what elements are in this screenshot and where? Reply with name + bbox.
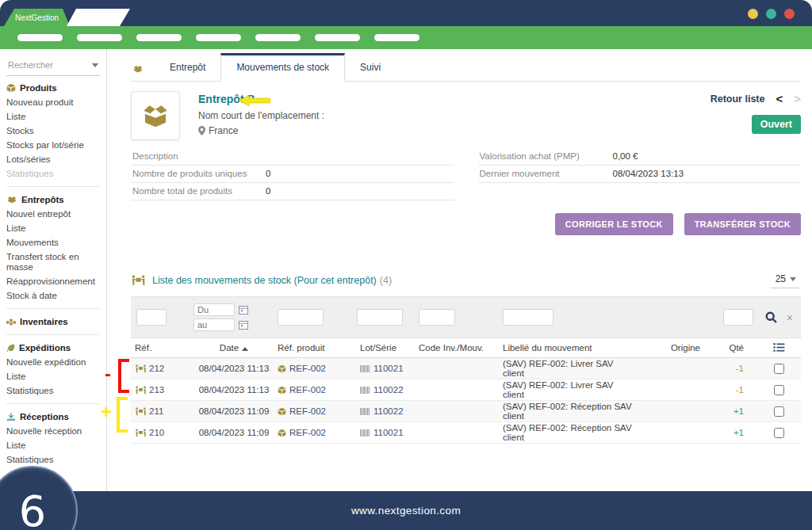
barcode-icon: [360, 387, 370, 394]
sidebar-item[interactable]: Stocks: [0, 124, 106, 138]
movement-ref-link[interactable]: 212: [149, 364, 164, 373]
nav-pill[interactable]: [17, 34, 63, 41]
column-settings-icon[interactable]: [773, 342, 785, 353]
filter-label-input[interactable]: [503, 309, 553, 326]
row-checkbox[interactable]: [774, 428, 784, 438]
sidebar-item[interactable]: Stock à date: [0, 288, 106, 303]
detail-value: 0: [266, 169, 270, 179]
nav-pill[interactable]: [77, 34, 122, 41]
filter-lot-input[interactable]: [357, 309, 403, 326]
product-ref-link[interactable]: REF-002: [289, 364, 326, 373]
search-placeholder: Rechercher: [8, 60, 53, 70]
lot-serial-link[interactable]: 110021: [373, 364, 404, 373]
search-icon[interactable]: [765, 311, 777, 323]
sidebar-item[interactable]: Nouveau produit: [0, 95, 106, 109]
row-checkbox[interactable]: [774, 406, 784, 417]
sidebar-item[interactable]: Nouvelle réception: [0, 424, 106, 438]
tab-entrepot[interactable]: Entrepôt: [155, 54, 220, 81]
movement-ref-link[interactable]: 211: [149, 406, 163, 416]
nav-pill[interactable]: [255, 34, 301, 41]
app-window: NextGestion Rechercher ProduitsNouveau p…: [0, 0, 812, 530]
sidebar-item[interactable]: Réapprovisionnement: [0, 274, 106, 288]
entity-location: France: [209, 125, 238, 136]
product-ref-link[interactable]: REF-002: [289, 406, 326, 416]
sidebar-item[interactable]: Statistiques: [0, 452, 106, 467]
calendar-icon[interactable]: [239, 305, 248, 315]
col-lot[interactable]: Lot/Série: [355, 343, 417, 353]
sidebar-item[interactable]: Nouvelle expédition: [0, 355, 106, 369]
filter-date-from-input[interactable]: [193, 303, 235, 316]
sidebar-item[interactable]: Transfert stock en masse: [0, 250, 106, 274]
movement-ref-link[interactable]: 210: [149, 428, 164, 437]
filter-date-to-input[interactable]: [193, 318, 235, 331]
back-to-list-link[interactable]: Retour liste: [710, 93, 765, 105]
divider: [6, 186, 100, 187]
sidebar-item[interactable]: Statistiques: [0, 383, 106, 398]
sidebar-item[interactable]: Mouvements: [0, 235, 106, 250]
correct-stock-button[interactable]: CORRIGER LE STOCK: [555, 213, 673, 235]
sidebar-item[interactable]: Lots/séries: [0, 152, 106, 166]
window-dot[interactable]: [784, 9, 795, 19]
col-qty[interactable]: Qté: [713, 343, 756, 353]
movement-icon: [135, 429, 147, 437]
divider: [6, 334, 100, 335]
window-dot[interactable]: [766, 9, 776, 19]
sidebar-section-3[interactable]: Expéditions: [0, 341, 106, 355]
status-badge[interactable]: Ouvert: [752, 115, 801, 134]
product-ref-link[interactable]: REF-002: [289, 385, 326, 395]
filter-qty-input[interactable]: [723, 309, 753, 326]
movement-date: 08/04/2023 11:09: [192, 428, 276, 437]
prev-chevron-icon[interactable]: <: [776, 94, 783, 104]
nav-pill[interactable]: [315, 34, 360, 41]
table-row[interactable]: 213 08/04/2023 11:13 REF-002 110022 (SAV…: [131, 379, 801, 401]
table-row[interactable]: 210 08/04/2023 11:09 REF-002 110021 (SAV…: [131, 422, 801, 444]
sidebar-item[interactable]: Stocks par lot/série: [0, 138, 106, 152]
search-input[interactable]: Rechercher: [6, 57, 100, 76]
filter-ref-input[interactable]: [136, 309, 167, 326]
sidebar-section-1[interactable]: Entrepôts: [0, 193, 106, 207]
tab-suivi[interactable]: Suivi: [345, 54, 396, 81]
lot-serial-link[interactable]: 110022: [373, 385, 404, 395]
sidebar-item[interactable]: Nouvel entrepôt: [0, 207, 106, 221]
clear-filters-icon[interactable]: ×: [787, 311, 793, 324]
table-row[interactable]: 212 08/04/2023 11:13 REF-002 110021 (SAV…: [131, 358, 801, 379]
col-date[interactable]: Date: [192, 343, 276, 353]
calendar-icon[interactable]: [239, 320, 248, 330]
tab-mouvements-de-stock[interactable]: Mouvements de stock: [220, 53, 345, 82]
nav-pill[interactable]: [196, 34, 241, 41]
product-ref-link[interactable]: REF-002: [289, 428, 326, 437]
lot-serial-link[interactable]: 110022: [373, 406, 404, 416]
next-chevron-icon[interactable]: >: [794, 94, 801, 104]
filter-product-input[interactable]: [278, 309, 324, 326]
table-row[interactable]: 211 08/04/2023 11:09 REF-002 110022 (SAV…: [131, 401, 801, 422]
open-box-icon: [139, 100, 172, 132]
sidebar-item[interactable]: Liste: [0, 438, 106, 452]
divider: [6, 308, 100, 309]
table-body: 212 08/04/2023 11:13 REF-002 110021 (SAV…: [131, 358, 801, 444]
product-box-icon: [278, 386, 286, 395]
lot-serial-link[interactable]: 110021: [373, 428, 404, 437]
movement-ref-link[interactable]: 213: [149, 385, 164, 395]
sidebar-item[interactable]: Liste: [0, 221, 106, 235]
sidebar-item[interactable]: Statistiques: [0, 166, 106, 181]
sidebar-section-4[interactable]: Réceptions: [0, 410, 106, 424]
sidebar-section-0[interactable]: Produits: [0, 81, 106, 95]
col-product[interactable]: Réf. produit: [276, 343, 355, 353]
sidebar-section-title: Réceptions: [20, 412, 69, 421]
window-dot[interactable]: [748, 9, 758, 19]
transfer-stock-button[interactable]: TRANSFÉRER STOCK: [684, 213, 801, 235]
col-code[interactable]: Code Inv./Mouv.: [417, 343, 487, 353]
page-size-select[interactable]: 25: [771, 272, 801, 288]
sidebar-item[interactable]: Liste: [0, 109, 106, 124]
row-checkbox[interactable]: [774, 385, 784, 395]
sidebar-item[interactable]: Liste: [0, 369, 106, 383]
nav-pill[interactable]: [136, 34, 182, 41]
nav-pill[interactable]: [374, 34, 419, 41]
sidebar-section-2[interactable]: Inventaires: [0, 315, 106, 329]
col-origin[interactable]: Origine: [638, 343, 713, 353]
filter-code-input[interactable]: [419, 309, 455, 326]
col-label[interactable]: Libellé du mouvement: [487, 343, 638, 353]
col-ref[interactable]: Réf.: [131, 343, 192, 353]
decorative-tab-shape: [67, 9, 130, 26]
row-checkbox[interactable]: [774, 364, 784, 374]
